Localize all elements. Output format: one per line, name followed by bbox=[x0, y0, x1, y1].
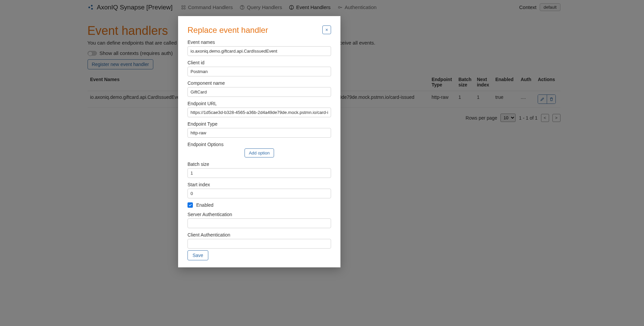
component-name-label: Component name bbox=[187, 80, 331, 86]
check-icon bbox=[188, 203, 192, 207]
batch-size-label: Batch size bbox=[187, 161, 331, 167]
endpoint-type-input[interactable] bbox=[187, 128, 331, 138]
event-names-label: Event names bbox=[187, 40, 331, 45]
endpoint-url-label: Endpoint URL bbox=[187, 101, 331, 106]
client-auth-label: Client Authentication bbox=[187, 232, 331, 238]
start-index-input[interactable] bbox=[187, 189, 331, 198]
save-button[interactable]: Save bbox=[187, 250, 208, 260]
client-auth-input[interactable] bbox=[187, 239, 331, 249]
batch-size-input[interactable] bbox=[187, 168, 331, 178]
client-id-label: Client id bbox=[187, 60, 331, 65]
endpoint-options-label: Endpoint Options bbox=[187, 142, 331, 147]
server-auth-label: Server Authentication bbox=[187, 212, 331, 217]
add-option-button[interactable]: Add option bbox=[245, 148, 274, 157]
replace-event-handler-modal: Replace event handler × Event names Clie… bbox=[178, 16, 340, 267]
event-names-input[interactable] bbox=[187, 46, 331, 56]
enabled-label: Enabled bbox=[196, 202, 213, 208]
start-index-label: Start index bbox=[187, 182, 331, 187]
endpoint-type-label: Endpoint Type bbox=[187, 121, 331, 127]
component-name-input[interactable] bbox=[187, 87, 331, 97]
endpoint-url-input[interactable] bbox=[187, 108, 331, 117]
modal-header: Replace event handler × bbox=[187, 25, 331, 35]
server-auth-input[interactable] bbox=[187, 218, 331, 228]
enabled-checkbox[interactable] bbox=[187, 202, 193, 208]
client-id-input[interactable] bbox=[187, 67, 331, 76]
modal-close-button[interactable]: × bbox=[322, 25, 331, 34]
modal-title: Replace event handler bbox=[187, 25, 268, 35]
